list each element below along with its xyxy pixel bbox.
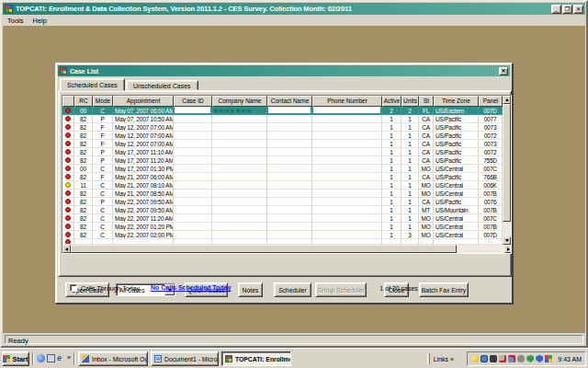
task-word[interactable]: W Document1 - Microsoft W... — [151, 351, 219, 366]
tray-antivirus-shield-icon[interactable] — [526, 355, 534, 362]
dialog-titlebar: Case List ✕ — [58, 65, 510, 76]
table-row[interactable]: 82FMay 21, 2007 06:00 AM11CAUS/Pacific76… — [62, 173, 511, 181]
cell-units: 1 — [401, 173, 419, 181]
scheduler-button[interactable]: Scheduler — [274, 282, 311, 297]
table-row[interactable]: 82PMay 17, 2007 11:10 AM11CAUS/Pacific00… — [62, 148, 511, 156]
minimize-button[interactable]: _ — [551, 5, 561, 14]
menu-tools[interactable]: Tools — [3, 16, 28, 26]
task-topcati[interactable]: TOPCATI: Enrollment... — [221, 351, 291, 366]
column-header-units[interactable]: Units — [401, 96, 419, 107]
quicklaunch-media-player-icon[interactable] — [37, 354, 45, 362]
table-row[interactable]: 82CMay 22, 2007 09:50 AM11MTUS/Mountain0… — [62, 206, 511, 214]
table-row[interactable]: 82CMay 22, 2007 02:00 PM13MOUS/Central00… — [62, 231, 511, 239]
tray-settings-gear-icon[interactable] — [517, 355, 525, 362]
column-header-case_id[interactable]: Case ID — [174, 96, 212, 107]
links-chevron-icon[interactable]: » — [450, 356, 454, 362]
column-header-dot[interactable] — [62, 96, 74, 107]
red-status-dot-icon — [65, 232, 71, 237]
cell-mode: C — [93, 223, 113, 231]
scroll-down-icon[interactable] — [503, 236, 511, 245]
column-header-st[interactable]: St — [419, 96, 434, 107]
tab-scheduled-cases[interactable]: Scheduled Cases — [60, 78, 125, 91]
table-row[interactable]: 82CMay 22, 2007 01:20 PM11MOUS/Central00… — [62, 223, 511, 231]
column-header-contact[interactable]: Contact Name — [267, 96, 312, 107]
case-table[interactable]: RCModeAppointmentCase IDCompany NameCont… — [62, 95, 512, 254]
cell-contact — [267, 223, 312, 231]
dialog-close-icon[interactable]: ✕ — [499, 67, 508, 75]
table-row[interactable]: 82PMay 17, 2007 11:20 AM11CAUS/Pacific75… — [62, 156, 511, 165]
calls-through-today-checkbox[interactable] — [70, 284, 77, 292]
table-row[interactable]: 00CMay 17, 2007 01:30 PM11MOUS/Central00… — [62, 165, 511, 173]
case-list-dialog: Case List ✕ Scheduled Cases Unscheduled … — [55, 63, 513, 304]
cell-appointment: May 17, 2007 11:10 AM — [113, 148, 174, 156]
table-row[interactable]: 82FMay 12, 2007 07:00 AM11CAUS/Pacific00… — [62, 123, 511, 132]
menu-help[interactable]: Help — [28, 16, 51, 26]
cell-contact — [267, 190, 312, 198]
scroll-left-icon[interactable] — [62, 245, 71, 253]
restore-button[interactable]: ❐ — [562, 5, 572, 14]
scroll-up-icon[interactable] — [503, 96, 511, 104]
tray-phone-icon[interactable] — [490, 355, 497, 362]
horizontal-scroll-thumb[interactable] — [71, 245, 457, 253]
cell-tz: US/Central — [434, 190, 479, 198]
tray-display-icon[interactable] — [481, 355, 488, 362]
cell-mode: P — [93, 156, 113, 165]
table-row[interactable]: 82FMay 12, 2007 07:00 AM11CAUS/Pacific00… — [62, 140, 511, 148]
cell-case_id — [174, 198, 212, 206]
toolbar-grip[interactable] — [427, 353, 430, 364]
table-row[interactable]: 11CMay 21, 2007 08:10 AM11MOUS/Central00… — [62, 181, 511, 190]
column-header-phone[interactable]: Phone Number — [312, 96, 382, 107]
links-toolbar[interactable]: Links » — [427, 353, 454, 364]
cell-mode: C — [93, 231, 113, 239]
cell-phone — [312, 206, 382, 214]
column-header-tz[interactable]: Time Zone — [434, 96, 479, 107]
vertical-scroll-thumb[interactable] — [503, 104, 511, 222]
cell-company — [212, 132, 267, 140]
cell-contact — [267, 140, 312, 148]
red-status-dot-icon — [65, 108, 71, 113]
task-outlook[interactable]: Inbox - Microsoft Outlook. — [78, 351, 148, 366]
horizontal-scrollbar[interactable] — [62, 245, 512, 253]
notes-button[interactable]: Notes — [238, 282, 263, 297]
table-row[interactable]: 00CMay 07, 2007 06:00 AM22FLUS/Eastern00… — [62, 107, 511, 115]
cell-contact — [267, 148, 312, 156]
column-header-appointment[interactable]: Appointment — [113, 96, 174, 107]
table-row[interactable]: 82CMay 22, 2007 11:20 AM11MOUS/Central00… — [62, 214, 511, 223]
vertical-scrollbar[interactable] — [503, 96, 511, 245]
cell-rc: 82 — [74, 123, 93, 132]
quicklaunch-chevron-icon[interactable]: » — [67, 354, 71, 361]
close-button[interactable]: ✕ — [573, 5, 583, 14]
tray-messenger-icon[interactable] — [471, 355, 479, 362]
cell-mode: C — [93, 165, 113, 173]
cell-active: 2 — [382, 107, 401, 115]
tab-unscheduled-cases[interactable]: Unscheduled Cases — [126, 80, 198, 90]
column-header-panel[interactable]: Panel — [479, 96, 503, 107]
no-calls-scheduled-link[interactable]: No Calls Scheduled Today — [151, 284, 231, 291]
column-header-rc[interactable]: RC — [74, 96, 93, 107]
start-button[interactable]: Start — [2, 351, 29, 366]
cell-rc: 82 — [74, 173, 93, 181]
redacted-block — [313, 107, 380, 113]
cell-active: 1 — [382, 181, 401, 190]
column-header-company[interactable]: Company Name — [212, 96, 267, 107]
cell-tz: US/Pacific — [434, 140, 479, 148]
cell-active: 1 — [382, 165, 401, 173]
tray-network-disconnected-icon[interactable] — [499, 355, 506, 362]
red-status-dot-icon — [65, 157, 71, 163]
scroll-right-icon[interactable] — [504, 245, 512, 253]
column-header-mode[interactable]: Mode — [93, 96, 113, 107]
table-row[interactable]: 82FMay 12, 2007 07:00 AM11CAUS/Pacific00… — [62, 132, 511, 140]
redacted-smudge — [214, 109, 252, 112]
table-row[interactable]: 82PMay 22, 2007 09:50 AM11CAUS/Pacific00… — [62, 198, 511, 206]
tray-display-alert-icon[interactable] — [508, 355, 515, 362]
table-row[interactable]: 82PMay 07, 2007 10:50 AM11CAUS/Pacific00… — [62, 115, 511, 123]
tray-security-shield-icon[interactable] — [536, 355, 543, 362]
tray-windows-update-icon[interactable] — [545, 355, 552, 362]
quicklaunch-internet-explorer-icon[interactable]: e — [57, 354, 65, 362]
cell-case_id — [174, 165, 212, 173]
table-row[interactable]: 82CMay 21, 2007 08:50 AM11MOUS/Central00… — [62, 190, 511, 198]
quicklaunch-show-desktop-icon[interactable] — [47, 354, 55, 362]
cell-phone — [312, 140, 382, 148]
cell-st: MO — [419, 165, 434, 173]
column-header-active[interactable]: Active — [382, 96, 401, 107]
